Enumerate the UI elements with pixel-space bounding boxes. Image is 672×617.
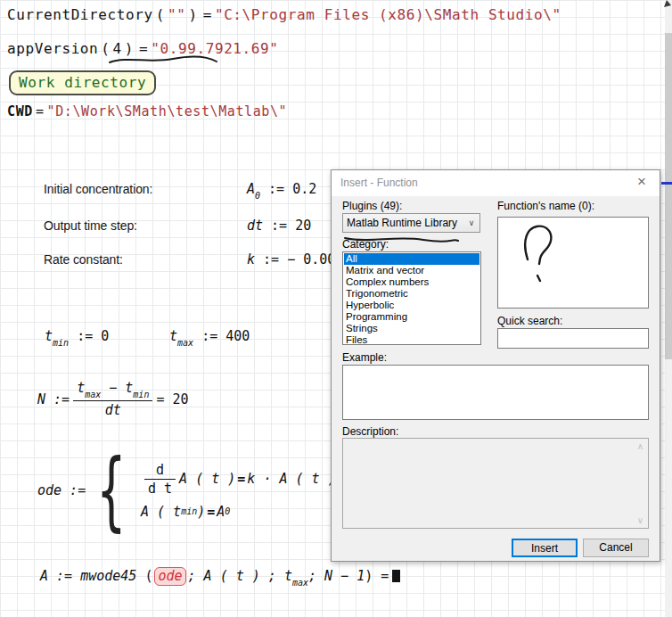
string-value: "0.99.7921.69" bbox=[151, 40, 278, 57]
category-item-hyperbolic[interactable]: Hyperbolic bbox=[344, 300, 479, 311]
paren-close: ) bbox=[125, 40, 134, 57]
scroll-down-icon[interactable]: ∨ bbox=[633, 513, 648, 528]
category-item-all[interactable]: All bbox=[344, 253, 479, 265]
paren-close: ) bbox=[188, 6, 197, 23]
category-item-trigonometric[interactable]: Trigonometric bbox=[344, 288, 479, 300]
var-subscript: max bbox=[177, 338, 193, 348]
category-item-files[interactable]: Files bbox=[344, 334, 479, 345]
paren-open: ( bbox=[144, 568, 152, 584]
description-box: ∧ ∨ bbox=[342, 438, 649, 529]
insert-button[interactable]: Insert bbox=[512, 539, 578, 557]
scroll-up-icon[interactable]: ∧ bbox=[633, 439, 648, 454]
rhs-term: A bbox=[217, 504, 225, 520]
function-name-listbox[interactable] bbox=[497, 217, 649, 308]
example-box bbox=[342, 365, 649, 420]
equals-sign: = bbox=[36, 103, 45, 119]
vertical-scrollbar-thumb[interactable] bbox=[665, 33, 672, 359]
var-subscript: min bbox=[53, 338, 69, 348]
subscript: min bbox=[181, 506, 197, 516]
fn-arg: 4 bbox=[113, 40, 122, 57]
expr-dt[interactable]: dt := 20 bbox=[247, 218, 311, 234]
dialog-titlebar: Insert - Function × bbox=[332, 170, 660, 196]
system-brace: { bbox=[97, 453, 126, 529]
lhs: N := bbox=[37, 391, 70, 407]
function-name-label: Function's name (0): bbox=[497, 200, 594, 212]
expr-a0[interactable]: A0 := 0.2 bbox=[247, 181, 316, 201]
fraction-bar bbox=[73, 400, 152, 401]
ode-initial-condition: A ( tmin ) = A0 bbox=[141, 504, 336, 520]
var-name: CWD bbox=[7, 103, 33, 119]
args: ; A ( t ) ; bbox=[188, 568, 276, 584]
description-scrollbar[interactable]: ∧ ∨ bbox=[633, 439, 648, 528]
equals-sign: = bbox=[203, 6, 212, 23]
string-value: "D:\Work\SMath\test\Matlab\" bbox=[47, 103, 288, 119]
fn-name: CurrentDirectory bbox=[7, 6, 153, 23]
chevron-down-icon: ∨ bbox=[463, 218, 479, 227]
assignment: := 0 bbox=[77, 328, 109, 344]
quick-search-input[interactable] bbox=[497, 328, 649, 349]
close-icon[interactable]: × bbox=[633, 173, 651, 191]
ode-equation-1: d d t A ( t ) = k · A ( t ) bbox=[141, 462, 336, 497]
bold-equals: = bbox=[237, 471, 245, 487]
category-item-programming[interactable]: Programming bbox=[344, 311, 479, 323]
var: k bbox=[247, 251, 255, 267]
plugins-label: Plugins (49): bbox=[342, 200, 402, 212]
args: ; N − 1 bbox=[308, 568, 365, 584]
var-subscript: max bbox=[292, 578, 308, 588]
expr-current-directory[interactable]: CurrentDirectory("")="C:\Program Files (… bbox=[7, 6, 561, 23]
expr-cwd[interactable]: CWD="D:\Work\SMath\test\Matlab\" bbox=[7, 103, 287, 119]
fn-name: appVersion bbox=[7, 40, 98, 57]
derivative-fraction: d d t bbox=[144, 462, 176, 497]
annotation-question-mark bbox=[520, 224, 560, 292]
rhs-term: k · A ( t ) bbox=[247, 471, 335, 487]
result: = 20 bbox=[156, 391, 188, 407]
category-item-matrix-and-vector[interactable]: Matrix and vector bbox=[344, 265, 479, 276]
lhs: A := mwode45 bbox=[40, 568, 136, 584]
var: t bbox=[45, 328, 53, 344]
expr-k[interactable]: k := − 0.005 bbox=[247, 251, 343, 267]
expr-tmin[interactable]: tmin := 0 bbox=[45, 328, 109, 348]
label-initial-concentration[interactable]: Initial concentration: bbox=[44, 182, 152, 196]
work-directory-button[interactable]: Work directory bbox=[9, 70, 156, 95]
expr-n[interactable]: N := tmax − tmin dt = 20 bbox=[37, 380, 189, 418]
equals-sign: = bbox=[381, 568, 389, 584]
denominator: dt bbox=[102, 402, 125, 418]
category-listbox[interactable]: All Matrix and vector Complex numbers Tr… bbox=[342, 251, 481, 345]
category-item-strings[interactable]: Strings bbox=[344, 323, 479, 334]
plugins-selected-value: Matlab Runtime Library bbox=[343, 217, 463, 229]
category-label: Category: bbox=[342, 238, 389, 251]
paren-close: ) bbox=[365, 568, 373, 584]
expr-ode-system[interactable]: ode := { d d t A ( t ) = k · A ( t ) A (… bbox=[37, 451, 336, 530]
insert-function-dialog: Insert - Function × Plugins (49): Matlab… bbox=[331, 169, 660, 562]
var: dt bbox=[247, 218, 263, 234]
plugins-combobox[interactable]: Matlab Runtime Library ∨ bbox=[342, 213, 480, 233]
description-label: Description: bbox=[342, 425, 398, 438]
error-highlight-ode[interactable]: ode bbox=[154, 567, 185, 586]
result-placeholder bbox=[392, 570, 400, 582]
vertical-scrollbar[interactable] bbox=[665, 0, 672, 617]
paren-close: ) bbox=[197, 504, 205, 520]
quick-search-label: Quick search: bbox=[497, 315, 562, 327]
paren-open: ( bbox=[156, 6, 165, 23]
fn-arg: "" bbox=[168, 6, 185, 23]
expr-app-version[interactable]: appVersion(4)="0.99.7921.69" bbox=[7, 40, 279, 57]
paren-open: ( bbox=[101, 40, 110, 57]
bold-equals: = bbox=[207, 504, 215, 520]
expr-tmax[interactable]: tmax := 400 bbox=[169, 328, 250, 348]
lhs-term: A ( t ) bbox=[179, 471, 235, 487]
work-directory-label: Work directory bbox=[19, 74, 146, 91]
assignment: := 400 bbox=[201, 328, 250, 344]
assignment: := 20 bbox=[271, 218, 311, 234]
system-body: d d t A ( t ) = k · A ( t ) A ( tmin ) =… bbox=[141, 462, 336, 520]
label-output-time-step[interactable]: Output time step: bbox=[44, 218, 137, 233]
cancel-button[interactable]: Cancel bbox=[583, 539, 649, 557]
label-rate-constant[interactable]: Rate constant: bbox=[44, 252, 123, 267]
string-value: "C:\Program Files (x86)\SMath Studio\" bbox=[215, 6, 561, 23]
lhs-term: A ( t bbox=[141, 504, 181, 520]
expr-mwode45[interactable]: A := mwode45 (ode; A ( t ) ; tmax; N − 1… bbox=[40, 568, 400, 588]
assignment: := 0.2 bbox=[268, 181, 316, 197]
page-edge-marker bbox=[661, 182, 672, 185]
category-item-complex-numbers[interactable]: Complex numbers bbox=[344, 276, 479, 288]
var: t bbox=[169, 328, 177, 344]
subscript: 0 bbox=[225, 506, 230, 516]
